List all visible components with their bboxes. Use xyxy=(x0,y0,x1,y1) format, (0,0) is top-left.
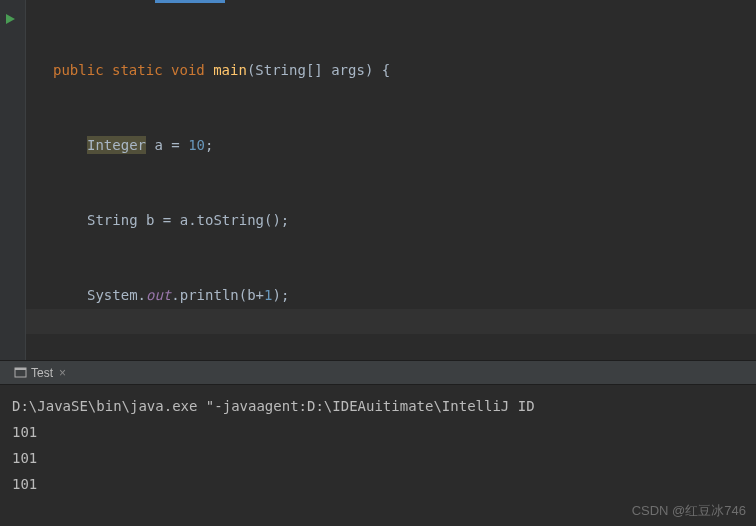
params: (String[] args) { xyxy=(247,62,390,78)
type-highlighted: Integer xyxy=(87,136,146,154)
console-tabs-bar: Test × xyxy=(0,361,756,385)
code-editor[interactable]: public static void main(String[] args) {… xyxy=(0,0,756,360)
console-output[interactable]: D:\JavaSE\bin\java.exe "-javaagent:D:\ID… xyxy=(0,385,756,505)
active-tab-indicator xyxy=(155,0,225,3)
text: a = xyxy=(146,137,188,153)
text: .println(b+ xyxy=(171,287,264,303)
text: System. xyxy=(87,287,146,303)
keyword: public xyxy=(53,62,104,78)
field-out: out xyxy=(146,287,171,303)
console-line: 101 xyxy=(12,450,37,466)
text: ); xyxy=(272,287,289,303)
keyword: void xyxy=(171,62,205,78)
code-line[interactable]: System.out.println(b+1); xyxy=(35,283,390,308)
code-line[interactable]: Integer a = 10; xyxy=(35,133,390,158)
code-line[interactable]: public static void main(String[] args) { xyxy=(35,58,390,83)
run-config-icon xyxy=(14,366,27,379)
console-line: 101 xyxy=(12,476,37,492)
method-name: main xyxy=(213,62,247,78)
console-line: D:\JavaSE\bin\java.exe "-javaagent:D:\ID… xyxy=(12,398,535,414)
console-tab-test[interactable]: Test × xyxy=(8,361,72,384)
console-line: 101 xyxy=(12,424,37,440)
run-gutter-icon[interactable] xyxy=(4,12,16,24)
keyword: static xyxy=(112,62,163,78)
svg-marker-0 xyxy=(6,14,15,24)
svg-rect-2 xyxy=(15,368,26,370)
watermark: CSDN @红豆冰746 xyxy=(632,502,746,520)
text: String b = a.toString(); xyxy=(87,212,289,228)
number: 10 xyxy=(188,137,205,153)
editor-gutter[interactable] xyxy=(0,0,26,360)
code-line[interactable]: String b = a.toString(); xyxy=(35,208,390,233)
semi: ; xyxy=(205,137,213,153)
close-icon[interactable]: × xyxy=(59,366,66,380)
console-tab-label: Test xyxy=(31,366,53,380)
